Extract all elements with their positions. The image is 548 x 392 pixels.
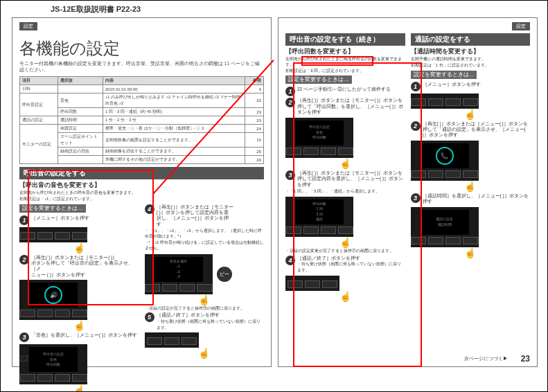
subsection-bracket: 【通話時間を変更する】 <box>411 48 531 56</box>
speaker-icon: 🔊 <box>44 286 62 304</box>
subsection-bracket: 【呼出音の音色を変更する】 <box>19 181 264 190</box>
device-illustration <box>19 227 87 242</box>
step-1: 1［メニュー］ボタンを押す <box>19 215 139 225</box>
device-illustration: 呼出回数1 回3 回連続 <box>285 197 353 237</box>
screen-menu: 呼出音の設定音色呼出回数 <box>43 352 64 368</box>
step-number-icon: 4 <box>145 204 154 214</box>
section-tab: 設定 <box>512 22 530 30</box>
step-4: 4 ［再生( )］ボタンまたは［モニター( )］ボタンを押して設定内容を選択し、… <box>145 204 265 228</box>
left-column: 設定を変更するときは… 1［メニュー］ボタンを押す ☝ 2 ［再生( )］ボタン… <box>19 203 139 392</box>
step-number-icon: 5 <box>145 312 154 322</box>
step-5: 5 ［通話／終了］ボタンを押す・待ち受け状態（画面に何も映っていない状態）に戻り… <box>145 312 265 330</box>
step-3: 3［再生( )］ボタンまたは［モニター( )］ボタンを押して設定内容を選択し、［… <box>285 170 405 188</box>
th: 選択肢 <box>58 77 103 85</box>
page-22: 設定 各機能の設定 モニター付親機の各機能の設定を変更できます。呼出音量、受話音… <box>12 17 272 367</box>
step-note: ・「♪1」、「♪2」、「♪3」から選択します。（選択した時に呼出音が聴けます。*… <box>145 229 265 240</box>
hand-pointer-icon: ☝ <box>145 294 265 305</box>
subsection-bracket: 【呼出回数を変更する】 <box>285 48 405 56</box>
phone-icon: 📞 <box>436 147 454 165</box>
device-illustration: 呼出音の設定音色呼出回数 <box>285 118 353 158</box>
hand-pointer-icon: ☝ <box>285 237 405 248</box>
th: 項目 <box>20 77 58 85</box>
step-number-icon: 3 <box>19 332 29 342</box>
hand-pointer-icon: ☝ <box>411 181 531 192</box>
device-illustration <box>145 332 199 348</box>
step-1: 1［メニュー］ボタンを押す <box>411 82 531 91</box>
hw-button <box>72 232 87 240</box>
device-illustration: 音色を選択♪1♪2♪3 <box>145 254 213 294</box>
next-page-indicator: 次ページにつづく▶ <box>464 355 508 362</box>
step-3: 3［通話時間］を選択し、［メニュー( )］ボタンを押す <box>411 193 531 205</box>
device-illustration: 🔊 <box>19 280 87 320</box>
th: 内容 <box>103 77 245 85</box>
hw-button <box>55 232 70 240</box>
device-illustration <box>411 93 479 109</box>
hand-pointer-icon: ☝ <box>145 348 265 359</box>
device-illustration: 通話の設定通話時間 <box>411 207 479 247</box>
hw-button <box>37 232 53 240</box>
ribbon: 設定を変更するときは… <box>285 75 352 84</box>
page-23: 設定 呼出音の設定をする（続き） 【呼出回数を変更する】 玄関先から呼び出された… <box>278 17 538 367</box>
manual-canvas: JS-12E取扱説明書 P22-23 設定 各機能の設定 モニター付親機の各機能… <box>0 0 548 392</box>
table-row: 日時2015.01.01 00:009 <box>20 85 264 93</box>
device-illustration: 呼出音の設定音色呼出回数 <box>19 344 87 384</box>
hand-pointer-icon: ☝ <box>285 291 405 302</box>
hw-button <box>20 232 35 240</box>
step-1: 122 ページ手順①～②にしたがって操作する <box>285 87 405 96</box>
left-column: 呼出音の設定をする（続き） 【呼出回数を変更する】 玄関先から呼び出されたときに… <box>285 30 405 302</box>
footer-note: ・項目の設定が完了すると操作③の画面に戻ります。 <box>145 306 265 312</box>
table-row: 呼出音設定音色♪1 のみ呼び出しが鳴り止みます ♪2 チャイム時呼出を継続 ♪3… <box>20 93 264 108</box>
right-column: 通話の設定をする 【通話時間を変更する】 玄関子機との通話時間を変更できます。 … <box>411 30 531 302</box>
settings-table: 項目 選択肢 内容 参照 日時2015.01.01 00:009 呼出音設定音色… <box>19 76 264 164</box>
page-number: 23 <box>521 354 530 364</box>
step-4: 4 ［通話／終了］ボタンを押す・待ち受け状態（画面に何も映っていない状態）に戻り… <box>285 256 405 274</box>
ribbon: 設定を変更するときは… <box>411 71 477 79</box>
section-bar: 呼出音の設定をする（続き） <box>285 33 405 46</box>
beep-icon: ピー <box>217 267 232 282</box>
table-row: 通話の設定通話時間1 分・2 分・3 分23 <box>20 116 264 125</box>
table-row: モニターの設定画質設定標準・逆光・◇・夜 ほか・◇・自動（低輝度）- ◇ 224 <box>20 125 264 133</box>
device-illustration <box>285 276 339 291</box>
hand-pointer-icon: ☝ <box>411 247 531 258</box>
page-number: 22 <box>19 354 28 364</box>
right-column: 4 ［再生( )］ボタンまたは［モニター( )］ボタンを押して設定内容を選択し、… <box>145 203 265 392</box>
section-bar: 呼出音の設定をする <box>19 167 264 179</box>
screen-menu: 音色を選択♪1♪2♪3 <box>170 259 187 280</box>
step-2: 2［再生( )］ボタンまたは［モニター( )］ボタンを押して「呼出回数」を選択し… <box>285 98 405 115</box>
section-bar: 通話の設定をする <box>411 33 531 46</box>
step-number-icon: 1 <box>19 215 29 225</box>
step-2: 2 ［再生( )］ボタンまたは［モニター( )］ ボタンを押して「呼出音の設定」… <box>19 255 139 278</box>
section-tab: 設定 <box>19 22 37 30</box>
page-title: 各機能の設定 <box>19 37 264 60</box>
ribbon: 設定を変更するときは… <box>19 204 86 213</box>
hand-pointer-icon: ☝ <box>19 242 139 253</box>
hand-pointer-icon: ☝ <box>411 109 531 120</box>
desc: 玄関先から呼び出されたときの呼出音の音色を変更できます。 <box>19 190 264 196</box>
hand-pointer-icon: ☝ <box>285 158 405 169</box>
device-illustration: 📞 <box>411 141 479 181</box>
step-note: ・*「♪2 呼出音が鳴り続ける」に設定している場合は自動継続しません。 <box>145 240 265 251</box>
page-subtitle: モニター付親機の各機能の設定を変更できます。呼出音量、受話音量、画面の明るさの調… <box>19 61 264 73</box>
step-2: 2［再生( )］ボタンまたは［メニュー( )］ボタンを押して「通話の設定」を表示… <box>411 121 531 139</box>
step-3: 3「音色］を選択し、［メニュー( )］ボタンを押す <box>19 332 139 342</box>
step-number-icon: 2 <box>19 255 29 265</box>
hand-pointer-icon: ☝ <box>19 384 139 392</box>
doc-title: JS-12E取扱説明書 P22-23 <box>51 4 141 15</box>
hand-pointer-icon: ☝ <box>19 320 139 331</box>
desc: 初期設定は「♪1」に設定されています。 <box>19 197 264 202</box>
